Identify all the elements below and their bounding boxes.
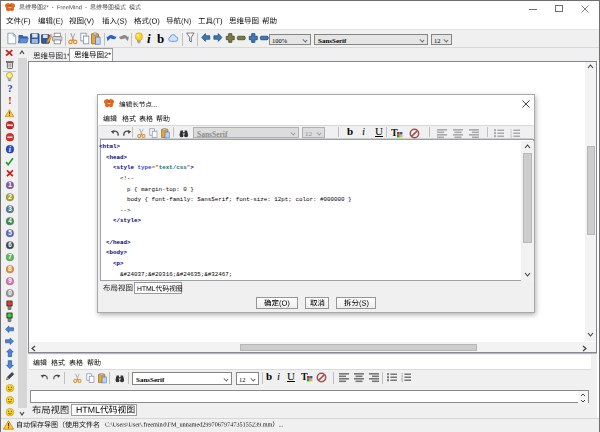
svg-text:7: 7 (8, 253, 12, 260)
svg-text:4: 4 (8, 217, 12, 224)
svg-text:3: 3 (8, 205, 12, 212)
svg-text:9: 9 (8, 277, 12, 284)
svg-text:0: 0 (8, 289, 12, 296)
svg-text:5: 5 (8, 229, 12, 236)
svg-text:1: 1 (8, 181, 12, 188)
svg-text:T: T (391, 128, 398, 138)
svg-text:8: 8 (8, 265, 12, 272)
svg-text:!: ! (8, 96, 11, 106)
svg-text:6: 6 (8, 241, 12, 248)
svg-text:2: 2 (8, 193, 12, 200)
svg-text:?: ? (7, 84, 12, 94)
svg-text:3: 3 (401, 379, 403, 383)
svg-text:T: T (301, 372, 308, 382)
